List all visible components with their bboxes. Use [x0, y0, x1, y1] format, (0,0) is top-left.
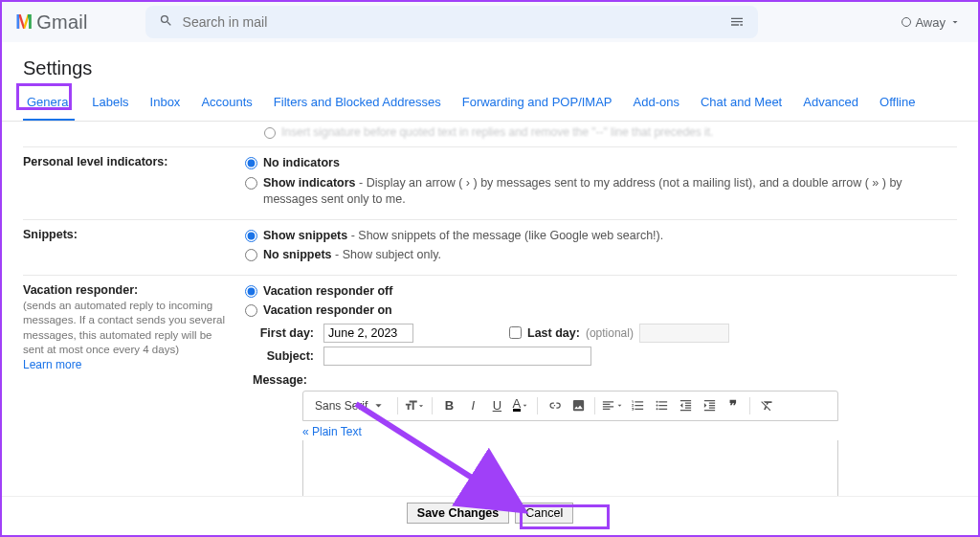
tab-forwarding[interactable]: Forwarding and POP/IMAP [458, 89, 616, 121]
app-header: M Gmail Away [2, 2, 978, 42]
text-color-button[interactable]: A [510, 395, 531, 416]
message-toolbar: Sans Serif B I U A ❞ [302, 391, 838, 421]
tab-offline[interactable]: Offline [876, 89, 919, 121]
tab-accounts[interactable]: Accounts [197, 89, 256, 121]
remove-formatting-button[interactable] [756, 395, 777, 416]
snippets-show-radio[interactable] [245, 230, 257, 242]
last-day-checkbox[interactable] [509, 326, 522, 339]
save-changes-button[interactable]: Save Changes [407, 503, 509, 524]
subject-input[interactable] [323, 347, 591, 366]
underline-button[interactable]: U [486, 395, 507, 416]
tab-chat[interactable]: Chat and Meet [697, 89, 786, 121]
message-label: Message: [253, 373, 957, 387]
subject-label: Subject: [253, 349, 314, 363]
numbered-list-button[interactable] [627, 395, 648, 416]
vacation-off-radio[interactable] [245, 285, 257, 298]
bold-button[interactable]: B [438, 395, 459, 416]
status-label: Away [915, 15, 946, 30]
bulleted-list-button[interactable] [651, 395, 672, 416]
tab-general[interactable]: General [23, 89, 75, 121]
search-bar[interactable] [145, 6, 758, 38]
first-day-label: First day: [253, 326, 314, 340]
last-day-optional: (optional) [586, 326, 634, 340]
last-day-label: Last day: [527, 326, 580, 340]
snippets-hide-radio[interactable] [245, 249, 257, 261]
search-icon [159, 13, 173, 31]
status-selector[interactable]: Away [902, 15, 965, 30]
chevron-down-icon [371, 398, 386, 413]
pli-show-indicators-radio[interactable] [245, 177, 257, 190]
gmail-m-icon: M [15, 10, 33, 34]
tab-filters[interactable]: Filters and Blocked Addresses [270, 89, 445, 121]
cancel-button[interactable]: Cancel [515, 503, 573, 524]
snippets-show-desc: - Show snippets of the message (like Goo… [347, 229, 663, 242]
first-day-input[interactable] [323, 324, 413, 343]
page-title: Settings [2, 42, 978, 89]
pli-label: Personal level indicators: [23, 155, 245, 212]
italic-button[interactable]: I [462, 395, 483, 416]
snippets-hide-desc: - Show subject only. [332, 248, 441, 261]
vacation-learn-more-link[interactable]: Learn more [23, 358, 81, 371]
search-input[interactable] [183, 14, 720, 30]
settings-tabs: General Labels Inbox Accounts Filters an… [2, 89, 978, 122]
pli-no-indicators-radio[interactable] [245, 157, 257, 169]
pli-show-indicators-desc: - Display an arrow ( › ) by messages sen… [263, 176, 902, 207]
font-family-dropdown[interactable]: Sans Serif [309, 395, 391, 416]
tab-inbox[interactable]: Inbox [146, 89, 185, 121]
search-options-icon[interactable] [729, 13, 745, 32]
vacation-desc: (sends an automated reply to incoming me… [23, 299, 232, 358]
plain-text-link[interactable]: « Plain Text [302, 425, 362, 438]
snippets-show-label: Show snippets [263, 229, 347, 242]
vacation-on-radio[interactable] [245, 304, 257, 317]
align-button[interactable] [601, 395, 624, 416]
section-vacation-responder: Vacation responder: (sends an automated … [23, 276, 957, 522]
section-snippets: Snippets: Show snippets - Show snippets … [23, 220, 957, 276]
signature-option-cutoff: Insert signature before quoted text in r… [23, 122, 957, 147]
vacation-label: Vacation responder: [23, 283, 138, 297]
indent-more-button[interactable] [699, 395, 720, 416]
link-button[interactable] [544, 395, 565, 416]
tab-labels[interactable]: Labels [88, 89, 132, 121]
chevron-down-icon [949, 16, 961, 28]
image-button[interactable] [568, 395, 589, 416]
chevron-down-icon [521, 401, 529, 410]
save-row: Save Changes Cancel [2, 496, 978, 529]
snippets-label: Snippets: [23, 228, 245, 267]
status-away-icon [902, 17, 911, 27]
vacation-on-label: Vacation responder on [263, 302, 392, 320]
section-personal-level-indicators: Personal level indicators: No indicators… [23, 147, 957, 220]
tab-addons[interactable]: Add-ons [630, 89, 683, 121]
pli-no-indicators-label: No indicators [263, 155, 340, 172]
quote-button[interactable]: ❞ [723, 395, 744, 416]
pli-show-indicators-label: Show indicators [263, 176, 356, 190]
gmail-logo[interactable]: M Gmail [15, 10, 88, 34]
tab-advanced[interactable]: Advanced [799, 89, 862, 121]
font-size-button[interactable] [404, 395, 426, 416]
vacation-off-label: Vacation responder off [263, 283, 392, 301]
indent-less-button[interactable] [675, 395, 696, 416]
chevron-down-icon [416, 401, 426, 411]
settings-content: Insert signature before quoted text in r… [2, 122, 978, 521]
snippets-hide-label: No snippets [263, 248, 332, 261]
gmail-logo-text: Gmail [36, 11, 87, 34]
last-day-input[interactable] [639, 324, 729, 343]
chevron-down-icon [615, 401, 624, 410]
